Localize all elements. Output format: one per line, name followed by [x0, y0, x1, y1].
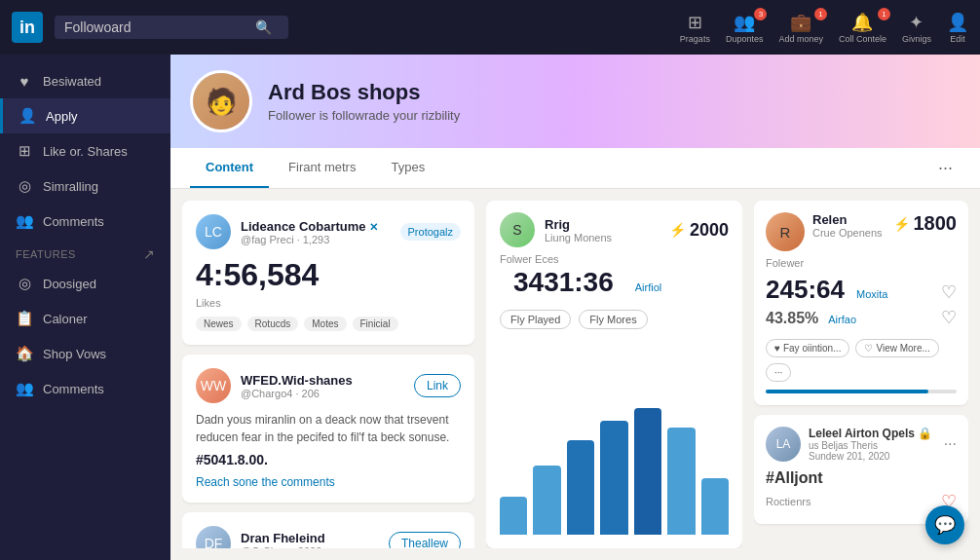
like-icon-2[interactable]: ♡	[941, 307, 957, 328]
sidebar-item-simralling[interactable]: ◎ Simralling	[0, 168, 170, 204]
chart-bar-1	[533, 466, 560, 536]
right-card-header-1: R Relen Crue Openens ⚡ 1800	[766, 212, 957, 251]
comments-icon: 👥	[16, 212, 33, 230]
content-grid: LC Lideance Cobartume ✕ @fag Preci · 1,2…	[170, 189, 980, 560]
right-avatar-letter-1: R	[780, 224, 791, 241]
chart-tag: Airfiol	[635, 281, 662, 293]
givnigs-icon: ✦	[909, 12, 923, 33]
left-column: LC Lideance Cobartume ✕ @fag Preci · 1,2…	[182, 201, 474, 548]
chart-btn-fly-played[interactable]: Fly Played	[500, 310, 571, 329]
chart-buttons: Fly Played Fly Mores	[500, 310, 729, 329]
post-name: Leleel Airton Qpels 🔒	[809, 427, 932, 440]
card-reach-2[interactable]: Reach sone the comments	[196, 475, 461, 489]
sidebar-item-doosiged[interactable]: ◎ Doosiged	[0, 266, 170, 301]
like-icon-1[interactable]: ♡	[941, 281, 957, 303]
sidebar-label-likes-shares: Like or. Shares	[43, 144, 128, 159]
grid-icon: ⊞	[16, 142, 33, 160]
card-likes-1: Likes	[196, 297, 461, 309]
card-tag-newes: Newes	[196, 317, 242, 331]
features-label: Features	[16, 248, 76, 260]
right-big-number-1: 245:64	[766, 275, 845, 305]
chart-user-sub: Liung Monens	[545, 232, 612, 243]
coll-label: Coll Contele	[839, 34, 886, 44]
card-user-info: Lideance Cobartume ✕ @fag Preci · 1,293	[241, 219, 378, 245]
avatar-initials-2: WW	[201, 378, 226, 393]
chart-bar-6	[701, 478, 729, 536]
nav-pragats[interactable]: ⊞ Pragats	[680, 12, 710, 44]
post-more-button[interactable]: ···	[944, 435, 957, 453]
card-meta-1: @fag Preci · 1,293	[241, 234, 378, 245]
sidebar-item-apply[interactable]: 👤 Apply	[0, 98, 170, 133]
score-lightning-icon: ⚡	[893, 216, 910, 232]
card-big-number-1: 4:56,584	[196, 257, 461, 293]
nav-edit[interactable]: 👤 Edit	[947, 12, 968, 44]
card-avatar-dran: DF	[196, 526, 231, 548]
doosiged-icon: ◎	[16, 275, 33, 292]
right-card-actions-1: ♥ Fay oiintion... ♡ View More... ···	[766, 339, 957, 382]
search-input[interactable]	[64, 19, 249, 35]
nav-dupontes[interactable]: 👥 3 Dupontes	[726, 12, 764, 44]
tab-firant-metrs[interactable]: Firant metrs	[273, 148, 371, 188]
shop-icon: 🏠	[16, 345, 33, 362]
bell-icon: 🔔	[851, 12, 873, 33]
action-btn-view-more[interactable]: ♡ View More...	[855, 339, 938, 357]
sidebar-label-caloner: Caloner	[43, 312, 88, 326]
right-percent-1: 43.85%	[766, 310, 818, 327]
action-btn-more-dots[interactable]: ···	[766, 363, 791, 382]
post-sub: us Beljas Theris	[809, 440, 932, 451]
dupontes-badge: 3	[754, 8, 767, 20]
card-name-3: Dran Fheleind	[241, 531, 325, 545]
card-name-1: Lideance Cobartume ✕	[241, 219, 378, 234]
nav-coll-contele[interactable]: 🔔 1 Coll Contele	[839, 12, 886, 44]
dupontes-label: Dupontes	[726, 34, 764, 44]
chart-score: 2000	[690, 220, 729, 241]
right-card-info-1: Relen Crue Openens	[812, 212, 886, 239]
mid-column: S Rrig Liung Monens ⚡ 2000 Folwer Ec	[486, 201, 742, 548]
avatar-initials-3: DF	[205, 536, 223, 548]
search-icon[interactable]: 🔍	[255, 19, 272, 35]
card-meta-3: @O Chore, 2022	[241, 545, 325, 549]
view-icon: ♡	[864, 343, 873, 354]
card-tags-1: Newes Rotucds Motes Finicial	[196, 317, 461, 331]
caloner-icon: 📋	[16, 310, 33, 327]
sidebar-item-likes-shares[interactable]: ⊞ Like or. Shares	[0, 133, 170, 168]
tabs-bar: Content Firant metrs Types ···	[170, 148, 980, 189]
post-avatar: LA	[766, 427, 801, 462]
nav-givnigs[interactable]: ✦ Givnigs	[902, 12, 931, 44]
tab-types[interactable]: Types	[375, 148, 440, 188]
profile-subtitle: Follower is followrade your rizbility	[268, 108, 460, 123]
card-meta-2: @Chargo4 · 206	[241, 388, 353, 399]
user-icon: 👤	[19, 107, 36, 125]
card-name-2: WFED.Wid-shanes	[241, 373, 353, 388]
sidebar-item-shop-vows[interactable]: 🏠 Shop Vows	[0, 336, 170, 371]
givnigs-label: Givnigs	[902, 34, 931, 44]
sidebar-item-comments[interactable]: 👥 Comments	[0, 204, 170, 239]
verified-badge: ✕	[369, 221, 378, 233]
comments2-icon: 👥	[16, 380, 33, 397]
sidebar-item-comments2[interactable]: 👥 Comments	[0, 371, 170, 406]
tabs-more-button[interactable]: ···	[930, 150, 961, 186]
search-box[interactable]: 🔍	[55, 16, 288, 39]
edit-label: Edit	[950, 34, 965, 44]
features-expand-icon[interactable]: ↗	[143, 246, 156, 262]
chat-icon: 💬	[934, 514, 956, 536]
sidebar-item-besiwated[interactable]: ♥ Besiwated	[0, 64, 170, 98]
chat-bubble-button[interactable]: 💬	[925, 505, 964, 544]
post-info: Leleel Airton Qpels 🔒 us Beljas Theris S…	[809, 427, 932, 462]
card-link-button-2[interactable]: Link	[414, 374, 461, 397]
chart-btn-fly-mores[interactable]: Fly Mores	[579, 310, 647, 329]
nav-add-money[interactable]: 💼 1 Add money	[778, 12, 823, 44]
post-hashtag: #Alljont	[766, 469, 957, 487]
action-btn-fay[interactable]: ♥ Fay oiintion...	[766, 339, 849, 357]
card-header-3: DF Dran Fheleind @O Chore, 2022 Theallew	[196, 526, 461, 548]
nav-icons: ⊞ Pragats 👥 3 Dupontes 💼 1 Add money 🔔 1…	[680, 12, 968, 44]
sidebar-item-caloner[interactable]: 📋 Caloner	[0, 301, 170, 336]
linkedin-logo[interactable]: in	[12, 12, 43, 43]
right-card-avatar-1: R	[766, 212, 805, 251]
card-link-button-3[interactable]: Theallew	[389, 532, 461, 548]
tab-content[interactable]: Content	[190, 148, 269, 188]
card-wfed: WW WFED.Wid-shanes @Chargo4 · 206 Link D…	[182, 355, 474, 503]
card-dran: DF Dran Fheleind @O Chore, 2022 Theallew…	[182, 512, 474, 548]
sidebar-label-simralling: Simralling	[43, 179, 98, 194]
right-card-relen: R Relen Crue Openens ⚡ 1800 Folewer	[754, 201, 968, 405]
